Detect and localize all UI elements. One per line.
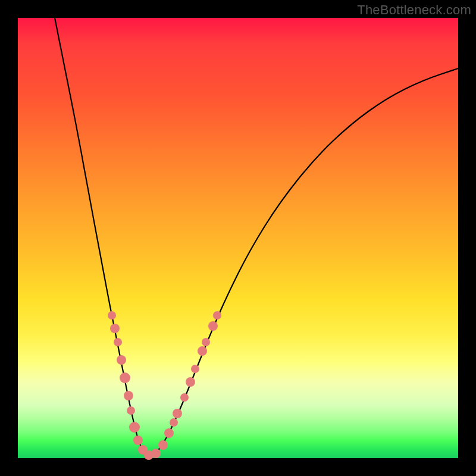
chart-frame: TheBottleneck.com xyxy=(0,0,476,476)
curve-left xyxy=(55,18,150,457)
watermark-text: TheBottleneck.com xyxy=(357,2,471,18)
bead-marker xyxy=(180,393,189,402)
bead-marker xyxy=(158,440,168,450)
bead-marker xyxy=(208,321,218,331)
bead-marker xyxy=(170,418,178,427)
plot-area xyxy=(18,18,458,458)
bead-marker xyxy=(129,422,140,433)
bead-marker xyxy=(133,436,143,445)
bead-marker xyxy=(151,449,161,458)
bead-marker xyxy=(117,355,126,365)
bead-marker xyxy=(198,346,207,356)
bead-marker xyxy=(191,365,199,373)
curve-right xyxy=(150,68,458,457)
chart-svg xyxy=(18,18,458,458)
bead-marker xyxy=(124,391,133,400)
bead-marker xyxy=(213,311,221,320)
bead-marker xyxy=(164,428,174,438)
bead-marker xyxy=(110,324,120,333)
bead-cluster xyxy=(108,311,221,460)
bead-marker xyxy=(108,311,116,320)
bead-marker xyxy=(202,338,210,346)
bead-marker xyxy=(114,338,122,346)
bead-marker xyxy=(186,377,195,387)
bead-marker xyxy=(127,406,135,415)
bead-marker xyxy=(173,409,182,418)
bead-marker xyxy=(120,372,130,383)
